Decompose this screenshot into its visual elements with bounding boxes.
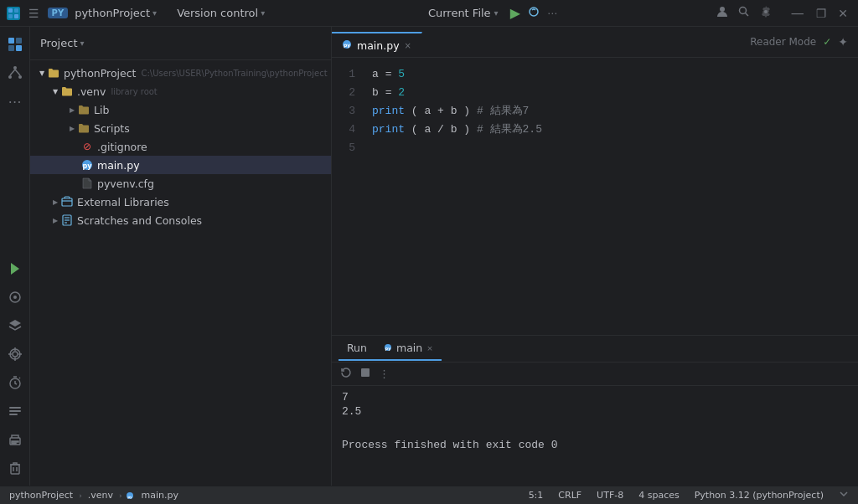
status-encoding[interactable]: UTF-8 — [594, 490, 626, 501]
tree-item-external-libs[interactable]: External Libraries — [30, 193, 331, 211]
line-content-2: b = 2 — [365, 86, 858, 99]
reader-mode-label: Reader Mode — [750, 36, 816, 48]
svg-rect-47 — [361, 368, 370, 377]
more-options-button[interactable]: ⋮ — [377, 366, 391, 382]
line-content-4: print ( a / b ) # 結果為2.5 — [365, 121, 858, 136]
svg-point-20 — [13, 352, 18, 357]
svg-rect-27 — [9, 410, 21, 412]
status-left: pythonProject › .venv › py main.py — [7, 490, 181, 501]
folder-icon-project — [47, 66, 60, 80]
activity-project-icon[interactable] — [2, 31, 28, 58]
tree-item-venv[interactable]: .venv library root — [30, 82, 331, 100]
code-editor[interactable]: 1 a = 5 2 b = 2 — [332, 58, 858, 335]
tree-item-main-py[interactable]: py main.py — [30, 156, 331, 174]
tree-arrow-scripts — [67, 123, 77, 133]
project-name[interactable]: pythonProject ▾ — [75, 7, 157, 19]
status-line-ending[interactable]: CRLF — [556, 490, 584, 501]
current-file-button[interactable]: Current File ▾ — [423, 5, 504, 21]
title-bar-center: Current File ▾ ▶ ⋯ — [265, 5, 716, 21]
scratches-icon — [60, 213, 74, 227]
sidebar-tree: pythonProject C:\Users\USER\PythonTraini… — [30, 60, 331, 486]
maximize-button[interactable]: ❐ — [813, 7, 830, 20]
svg-text:py: py — [344, 42, 350, 49]
activity-run-icon[interactable] — [2, 255, 28, 282]
bottom-tab-main[interactable]: py main × — [375, 337, 442, 361]
activity-list-icon[interactable] — [2, 398, 28, 424]
tree-arrow-ext-libs — [50, 197, 60, 207]
tree-arrow-lib — [67, 105, 77, 115]
status-python-version[interactable]: Python 3.12 (pythonProject) — [692, 490, 826, 501]
code-line-4: 4 print ( a / b ) # 結果為2.5 — [332, 120, 858, 138]
python-file-icon: py — [80, 158, 94, 172]
search-icon[interactable] — [737, 5, 751, 21]
code-line-1: 1 a = 5 — [332, 64, 858, 83]
bottom-tabs: Run py main × — [332, 336, 858, 363]
svg-rect-0 — [8, 8, 13, 13]
activity-more-icon[interactable]: ⋯ — [2, 88, 28, 115]
tree-item-pyvenv[interactable]: pyvenv.cfg — [30, 174, 331, 193]
status-main-py-icon: py — [126, 490, 136, 501]
hamburger-icon[interactable]: ☰ — [27, 5, 41, 22]
tree-item-gitignore[interactable]: ⊘ .gitignore — [30, 137, 331, 156]
tree-arrow-venv — [50, 86, 60, 96]
version-control-menu[interactable]: Version control ▾ — [177, 7, 265, 19]
copilot-icon[interactable]: ✦ — [838, 35, 848, 49]
stop-button[interactable] — [359, 366, 372, 382]
svg-point-13 — [18, 75, 22, 79]
svg-line-14 — [10, 69, 15, 75]
status-indent[interactable]: 4 spaces — [636, 490, 682, 501]
run-button[interactable]: ▶ — [510, 5, 520, 21]
status-project[interactable]: pythonProject — [7, 490, 75, 501]
main-layout: ⋯ — [0, 27, 858, 486]
svg-rect-9 — [8, 45, 14, 51]
bottom-tab-close-button[interactable]: × — [426, 344, 433, 352]
code-line-3: 3 print ( a + b ) # 結果為7 — [332, 101, 858, 120]
svg-rect-30 — [12, 441, 18, 442]
minimize-button[interactable]: — — [788, 5, 808, 21]
svg-text:py: py — [127, 495, 132, 499]
status-venv[interactable]: .venv — [85, 490, 116, 501]
tab-close-button[interactable]: × — [405, 41, 411, 50]
close-button[interactable]: ✕ — [835, 7, 851, 20]
svg-rect-8 — [16, 38, 22, 44]
svg-point-12 — [8, 75, 12, 79]
editor-tab-main-py[interactable]: py main.py × — [332, 32, 422, 57]
status-sep-2: › — [119, 491, 122, 500]
svg-point-18 — [13, 296, 17, 299]
activity-timer-icon[interactable] — [2, 369, 28, 396]
activity-plugins-icon[interactable] — [2, 284, 28, 311]
external-libs-icon — [60, 195, 74, 208]
svg-point-11 — [13, 66, 17, 69]
debug-button[interactable] — [527, 5, 540, 21]
cfg-file-icon — [80, 177, 94, 190]
tree-item-scratches[interactable]: Scratches and Consoles — [30, 211, 331, 229]
svg-point-6 — [739, 8, 746, 14]
status-position[interactable]: 5:1 — [526, 490, 546, 501]
profile-icon[interactable] — [716, 5, 729, 21]
tree-item-project-root[interactable]: pythonProject C:\Users\USER\PythonTraini… — [30, 64, 331, 82]
more-options-icon[interactable]: ⋯ — [547, 8, 557, 19]
tree-spacer-gitignore — [70, 141, 80, 152]
code-line-2: 2 b = 2 — [332, 83, 858, 101]
activity-target-icon[interactable] — [2, 341, 28, 368]
status-main-py[interactable]: main.py — [139, 490, 181, 501]
svg-rect-28 — [9, 414, 18, 415]
status-expand-icon[interactable] — [836, 489, 851, 501]
tree-item-lib[interactable]: Lib — [30, 100, 331, 119]
activity-delete-icon[interactable] — [2, 455, 28, 481]
bottom-tab-run[interactable]: Run — [339, 337, 375, 361]
tree-item-scripts[interactable]: Scripts — [30, 119, 331, 137]
activity-print-icon[interactable] — [2, 426, 28, 453]
terminal-line-2: 2.5 — [342, 405, 848, 418]
svg-rect-2 — [8, 14, 13, 18]
sidebar-header: Project ▾ — [30, 27, 331, 60]
activity-layers-icon[interactable] — [2, 312, 28, 339]
rerun-button[interactable] — [339, 365, 354, 383]
status-bar: pythonProject › .venv › py main.py 5:1 C… — [0, 486, 858, 504]
settings-icon[interactable] — [759, 5, 773, 21]
activity-bar-bottom — [2, 255, 28, 482]
reader-mode-check[interactable]: ✓ — [823, 36, 831, 48]
activity-structure-icon[interactable] — [2, 59, 28, 86]
gitignore-icon: ⊘ — [80, 140, 94, 153]
bottom-toolbar: ⋮ — [332, 363, 858, 386]
